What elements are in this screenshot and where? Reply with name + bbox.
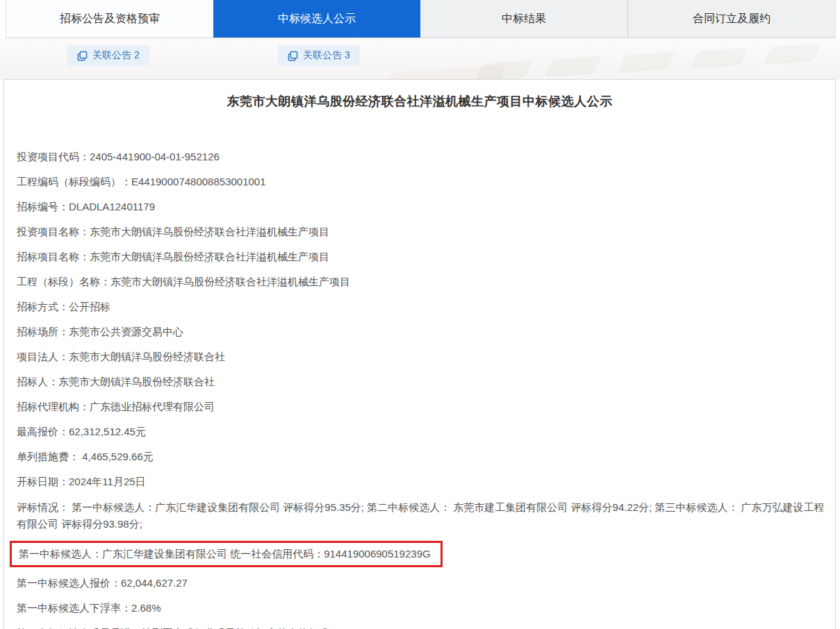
field-value: 东莞市大朗镇洋乌股份经济联合社 bbox=[69, 351, 225, 362]
field-label: 招标场所： bbox=[17, 326, 69, 337]
field-label: 第一中标候选人下浮率： bbox=[17, 602, 131, 614]
field-label: 招标方式： bbox=[17, 301, 69, 312]
field-value: 东莞市大朗镇洋乌股份经济联合社 bbox=[58, 376, 215, 387]
field-label: 招标项目名称： bbox=[17, 251, 90, 262]
field-value: 4,465,529.66元 bbox=[79, 451, 154, 462]
field-value: 2.68% bbox=[131, 602, 161, 614]
field-label: 评标情况： bbox=[17, 501, 69, 513]
tab-label: 中标候选人公示 bbox=[278, 12, 356, 26]
first-candidate-highlight-row: 第一中标候选人：广东汇华建设集团有限公司 统一社会信用代码：9144190069… bbox=[10, 541, 828, 567]
field-value: 公开招标 bbox=[69, 301, 110, 312]
field-tender-method: 招标方式：公开招标 bbox=[17, 299, 828, 314]
tab-label: 招标公告及资格预审 bbox=[60, 12, 160, 26]
field-label: 工程（标段）名称： bbox=[17, 276, 110, 287]
copy-icon bbox=[77, 51, 88, 61]
background-texture bbox=[382, 65, 507, 80]
field-label: 招标编号： bbox=[17, 201, 69, 212]
field-investment-project-name: 投资项目名称：东莞市大朗镇洋乌股份经济联合社洋溢机械生产项目 bbox=[17, 224, 828, 240]
field-evaluation-summary: 评标情况： 第一中标候选人：广东汇华建设集团有限公司 评标得分95.35分; 第… bbox=[17, 499, 828, 532]
field-tender-agency: 招标代理机构：广东德业招标代理有限公司 bbox=[17, 399, 828, 414]
field-value: 2024年11月25日 bbox=[69, 476, 146, 487]
field-value: 东莞市大朗镇洋乌股份经济联合社洋溢机械生产项目 bbox=[90, 226, 329, 237]
field-first-candidate-discount-rate: 第一中标候选人下浮率：2.68% bbox=[17, 601, 828, 616]
highlight-red-box: 第一中标候选人：广东汇华建设集团有限公司 统一社会信用代码：9144190069… bbox=[10, 541, 443, 567]
field-project-section-code: 工程编码（标段编码）：E4419000748008853001001 bbox=[17, 174, 828, 190]
field-value: 2405-441900-04-01-952126 bbox=[90, 151, 220, 162]
field-value: 东莞市公共资源交易中心 bbox=[69, 326, 183, 337]
tab-contract[interactable]: 合同订立及履约 bbox=[627, 0, 835, 37]
field-value: 广东汇华建设集团有限公司 统一社会信用代码：91441900690519239G bbox=[102, 548, 431, 560]
field-value: 62,312,512.45元 bbox=[69, 426, 146, 437]
field-label: 第一中标候选人： bbox=[19, 548, 102, 560]
page-title: 东莞市大朗镇洋乌股份经济联合社洋溢机械生产项目中标候选人公示 bbox=[4, 93, 835, 110]
field-label: 工程编码（标段编码）： bbox=[17, 176, 131, 187]
tab-bar: 招标公告及资格预审 中标候选人公示 中标结果 合同订立及履约 bbox=[6, 0, 836, 38]
field-value: 东莞市大朗镇洋乌股份经济联合社洋溢机械生产项目 bbox=[90, 251, 329, 262]
field-label: 招标代理机构： bbox=[17, 401, 90, 412]
tab-label: 合同订立及履约 bbox=[693, 12, 771, 26]
field-label: 单列措施费： bbox=[17, 451, 79, 462]
field-label: 招标人： bbox=[17, 376, 58, 387]
field-bid-opening-date: 开标日期：2024年11月25日 bbox=[17, 474, 828, 489]
tab-label: 中标结果 bbox=[502, 12, 546, 26]
field-value: DLADLA12401179 bbox=[69, 201, 155, 212]
field-project-section-name: 工程（标段）名称：东莞市大朗镇洋乌股份经济联合社洋溢机械生产项目 bbox=[17, 274, 828, 290]
related-badge-label: 关联公告 2 bbox=[92, 49, 140, 62]
field-tender-project-name: 招标项目名称：东莞市大朗镇洋乌股份经济联合社洋溢机械生产项目 bbox=[17, 249, 828, 265]
field-first-candidate-price: 第一中标候选人报价：62,044,627.27 bbox=[17, 576, 828, 591]
related-announcements-badge-1[interactable]: 关联公告 2 bbox=[67, 45, 149, 66]
field-value: 东莞市大朗镇洋乌股份经济联合社洋溢机械生产项目 bbox=[110, 276, 350, 287]
field-value: 62,044,627.27 bbox=[121, 577, 188, 589]
announcement-panel: 东莞市大朗镇洋乌股份经济联合社洋溢机械生产项目中标候选人公示 投资项目代码：24… bbox=[3, 79, 836, 629]
field-value: 广东德业招标代理有限公司 bbox=[90, 401, 215, 412]
background-texture bbox=[617, 52, 675, 74]
field-label: 项目法人： bbox=[17, 351, 69, 362]
copy-icon bbox=[288, 51, 298, 61]
field-investment-project-code: 投资项目代码：2405-441900-04-01-952126 bbox=[17, 149, 828, 165]
field-project-legal-person: 项目法人：东莞市大朗镇洋乌股份经济联合社 bbox=[17, 349, 828, 364]
background-texture bbox=[690, 48, 748, 69]
background-texture bbox=[763, 44, 821, 65]
field-label: 最高报价： bbox=[17, 426, 69, 437]
banner-strip: 关联公告 2 关联公告 3 bbox=[0, 38, 840, 80]
related-announcements-badge-2[interactable]: 关联公告 3 bbox=[278, 45, 360, 66]
field-first-candidate-quality-commitment: 第一中标候选人质量承诺：达到国家或行业质量检验评定的合格标准 bbox=[17, 626, 828, 629]
field-value: 第一中标候选人：广东汇华建设集团有限公司 评标得分95.35分; 第二中标候选人… bbox=[17, 501, 825, 530]
field-tenderer: 招标人：东莞市大朗镇洋乌股份经济联合社 bbox=[17, 374, 828, 389]
tab-tender-announcement[interactable]: 招标公告及资格预审 bbox=[6, 0, 213, 37]
background-texture bbox=[544, 56, 602, 78]
tab-winning-candidates[interactable]: 中标候选人公示 bbox=[213, 0, 420, 37]
field-tender-number: 招标编号：DLADLA12401179 bbox=[17, 199, 828, 215]
field-separate-measure-fee: 单列措施费： 4,465,529.66元 bbox=[17, 449, 828, 464]
field-tender-venue: 招标场所：东莞市公共资源交易中心 bbox=[17, 324, 828, 339]
announcement-fields: 投资项目代码：2405-441900-04-01-952126 工程编码（标段编… bbox=[4, 149, 835, 629]
field-label: 投资项目代码： bbox=[17, 151, 90, 162]
field-highest-price: 最高报价：62,312,512.45元 bbox=[17, 424, 828, 439]
tab-bid-result[interactable]: 中标结果 bbox=[420, 0, 627, 37]
related-badge-label: 关联公告 3 bbox=[303, 49, 350, 62]
field-label: 开标日期： bbox=[17, 476, 69, 487]
field-value: E4419000748008853001001 bbox=[131, 176, 266, 187]
field-label: 第一中标候选人报价： bbox=[17, 577, 121, 589]
field-label: 投资项目名称： bbox=[17, 226, 90, 237]
